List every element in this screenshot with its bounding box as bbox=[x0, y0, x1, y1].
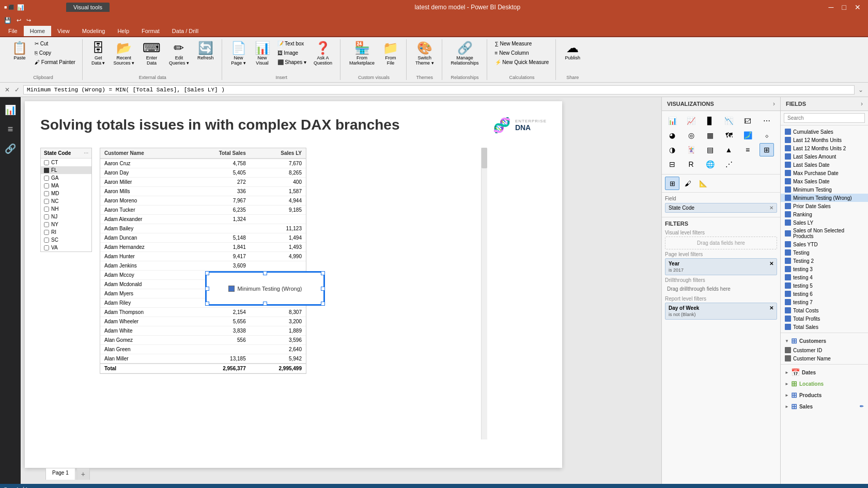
table-row[interactable]: Alan Green2,640 bbox=[100, 345, 306, 354]
viz-fields-icon[interactable]: ⊞ bbox=[665, 177, 679, 190]
field-item-testing[interactable]: Testing bbox=[781, 248, 868, 257]
year-filter[interactable]: Year ✕ is 2017 bbox=[665, 258, 777, 275]
viz-icon-pie[interactable]: ◕ bbox=[665, 129, 679, 142]
sales-edit-icon[interactable]: ✏ bbox=[860, 404, 864, 409]
recent-sources-button[interactable]: 📂 RecentSources ▾ bbox=[110, 39, 138, 68]
field-item-testing-3[interactable]: testing 3 bbox=[781, 265, 868, 273]
viz-icon-table[interactable]: ⊞ bbox=[760, 143, 774, 156]
field-item-last-12-months-units-2[interactable]: Last 12 Months Units 2 bbox=[781, 144, 868, 152]
viz-icon-area[interactable]: 🗠 bbox=[740, 114, 755, 128]
table-row[interactable]: Adam Bailey11,123 bbox=[100, 224, 306, 233]
restore-button[interactable]: □ bbox=[839, 2, 849, 12]
viz-expand-button[interactable]: › bbox=[773, 100, 775, 107]
viz-icon-treemap[interactable]: ▦ bbox=[703, 129, 717, 142]
formula-confirm-icon[interactable]: ✓ bbox=[13, 86, 21, 94]
group-sales[interactable]: ► ⊞ Sales ✏ bbox=[781, 400, 868, 412]
slicer-item-md[interactable]: MD bbox=[41, 190, 91, 197]
fw-state-code[interactable]: State Code ✕ bbox=[665, 203, 777, 213]
viz-icon-clustered-bar[interactable]: 📈 bbox=[684, 114, 699, 128]
field-item-last-sales-amount[interactable]: Last Sales Amount bbox=[781, 152, 868, 161]
resize-tr[interactable] bbox=[321, 271, 325, 275]
field-customer-name[interactable]: Customer Name bbox=[781, 354, 868, 363]
field-item-sales-of-non-selected-products[interactable]: Sales of Non Selected Products bbox=[781, 227, 868, 240]
field-item-total-sales[interactable]: Total Sales bbox=[781, 323, 868, 331]
slicer-item-ri[interactable]: RI bbox=[41, 228, 91, 236]
table-row[interactable]: Adam Hernandez1,8411,493 bbox=[100, 243, 306, 252]
new-page-button[interactable]: 📄 NewPage ▾ bbox=[227, 39, 250, 68]
tab-data-drill[interactable]: Data / Drill bbox=[166, 26, 205, 36]
table-row[interactable]: Alan Gomez5563,596 bbox=[100, 336, 306, 345]
viz-icon-multi-row-card[interactable]: ▤ bbox=[703, 143, 717, 156]
field-item-testing-4[interactable]: testing 4 bbox=[781, 273, 868, 281]
resize-ml[interactable] bbox=[205, 287, 209, 291]
slicer-item-nh[interactable]: NH bbox=[41, 205, 91, 213]
resize-bc[interactable] bbox=[263, 302, 267, 306]
field-item-total-costs[interactable]: Total Costs bbox=[781, 306, 868, 314]
group-dates[interactable]: ► 📅 Dates bbox=[781, 366, 868, 377]
day-filter[interactable]: Day of Week ✕ is not (Blank) bbox=[665, 303, 777, 320]
table-row[interactable]: Adam Duncan5,1481,494 bbox=[100, 233, 306, 243]
paste-button[interactable]: 📋 Paste bbox=[8, 39, 31, 63]
copy-button[interactable]: ⎘ Copy bbox=[32, 49, 78, 57]
field-item-testing-2[interactable]: Testing 2 bbox=[781, 257, 868, 265]
tab-home[interactable]: Home bbox=[24, 26, 51, 36]
table-row[interactable]: Aaron Moreno7,9674,944 bbox=[100, 196, 306, 206]
qa-save[interactable]: 💾 bbox=[2, 16, 13, 25]
viz-icon-card[interactable]: 🃏 bbox=[684, 143, 699, 156]
table-row[interactable]: Adam Hunter9,4174,990 bbox=[100, 252, 306, 261]
field-item-last-sales-date[interactable]: Last Sales Date bbox=[781, 161, 868, 169]
field-item-prior-date-sales[interactable]: Prior Date Sales bbox=[781, 202, 868, 210]
resize-br[interactable] bbox=[321, 302, 325, 306]
viz-analytics-icon[interactable]: 📐 bbox=[696, 177, 710, 190]
slicer-item-va[interactable]: VA bbox=[41, 244, 91, 251]
col-total-sales[interactable]: Total Sales bbox=[187, 148, 250, 159]
viz-icon-scatter[interactable]: ⋯ bbox=[760, 114, 774, 128]
table-row[interactable]: Alan Miller13,1855,942 bbox=[100, 354, 306, 364]
slicer-visual[interactable]: State Code ⋯ CT FL GA MA MD NC NH NJ NY … bbox=[40, 148, 92, 252]
edit-queries-button[interactable]: ✏ EditQueries ▾ bbox=[165, 39, 193, 68]
field-item-testing-6[interactable]: testing 6 bbox=[781, 290, 868, 298]
table-row[interactable]: Adam Wheeler5,6563,200 bbox=[100, 317, 306, 326]
enter-data-button[interactable]: ⌨ EnterData bbox=[139, 39, 164, 68]
field-item-total-profits[interactable]: Total Profits bbox=[781, 314, 868, 323]
resize-tl[interactable] bbox=[205, 271, 209, 275]
chart-visual[interactable]: Minimum Testing (Wrong) bbox=[206, 272, 324, 305]
switch-theme-button[interactable]: 🎨 SwitchTheme ▾ bbox=[412, 39, 438, 68]
qa-redo[interactable]: ↪ bbox=[24, 16, 33, 25]
fields-expand-button[interactable]: › bbox=[861, 100, 863, 107]
slicer-item-nj[interactable]: NJ bbox=[41, 213, 91, 221]
fw-remove-icon[interactable]: ✕ bbox=[769, 205, 773, 211]
viz-icon-custom1[interactable]: 🌐 bbox=[703, 158, 717, 171]
sidebar-report-icon[interactable]: 📊 bbox=[1, 101, 20, 119]
field-item-max-purchase-date[interactable]: Max Purchase Date bbox=[781, 169, 868, 177]
resize-tc[interactable] bbox=[263, 271, 267, 275]
table-row[interactable]: Adam Alexander1,324 bbox=[100, 215, 306, 224]
slicer-item-ct[interactable]: CT bbox=[41, 159, 91, 166]
field-item-ranking[interactable]: Ranking bbox=[781, 210, 868, 218]
field-item-sales-ytd[interactable]: Sales YTD bbox=[781, 240, 868, 248]
resize-mr[interactable] bbox=[321, 287, 325, 291]
group-customers[interactable]: ▼ ⊞ Customers bbox=[781, 335, 868, 346]
viz-icon-matrix[interactable]: ⊟ bbox=[665, 158, 679, 171]
viz-icon-line[interactable]: 📉 bbox=[722, 114, 736, 128]
field-item-minimum-testing--wrong-[interactable]: Minimum Testing (Wrong) bbox=[781, 194, 868, 202]
table-row[interactable]: Aaron Cruz4,7587,670 bbox=[100, 159, 306, 168]
day-filter-remove[interactable]: ✕ bbox=[769, 305, 773, 311]
viz-icon-r-visual[interactable]: R bbox=[684, 158, 699, 171]
group-locations[interactable]: ► ⊞ Locations bbox=[781, 377, 868, 389]
group-products[interactable]: ► ⊞ Products bbox=[781, 389, 868, 400]
qa-undo[interactable]: ↩ bbox=[14, 16, 23, 25]
slicer-item-fl[interactable]: FL bbox=[41, 166, 91, 174]
sidebar-model-icon[interactable]: 🔗 bbox=[1, 140, 20, 158]
page-tab-1[interactable]: Page 1 bbox=[45, 468, 75, 480]
field-item-sales-ly[interactable]: Sales LY bbox=[781, 218, 868, 227]
field-item-testing-7[interactable]: testing 7 bbox=[781, 298, 868, 306]
shapes-button[interactable]: ⬛ Shapes ▾ bbox=[275, 58, 309, 67]
field-item-max-sales-date[interactable]: Max Sales Date bbox=[781, 177, 868, 185]
viz-format-icon[interactable]: 🖌 bbox=[680, 177, 695, 190]
manage-relationships-button[interactable]: 🔗 ManageRelationships bbox=[447, 39, 483, 68]
slicer-item-ny[interactable]: NY bbox=[41, 221, 91, 228]
table-row[interactable]: Adam Thompson2,1548,307 bbox=[100, 308, 306, 317]
slicer-item-ma[interactable]: MA bbox=[41, 182, 91, 190]
col-customer-name[interactable]: Customer Name bbox=[100, 148, 187, 159]
